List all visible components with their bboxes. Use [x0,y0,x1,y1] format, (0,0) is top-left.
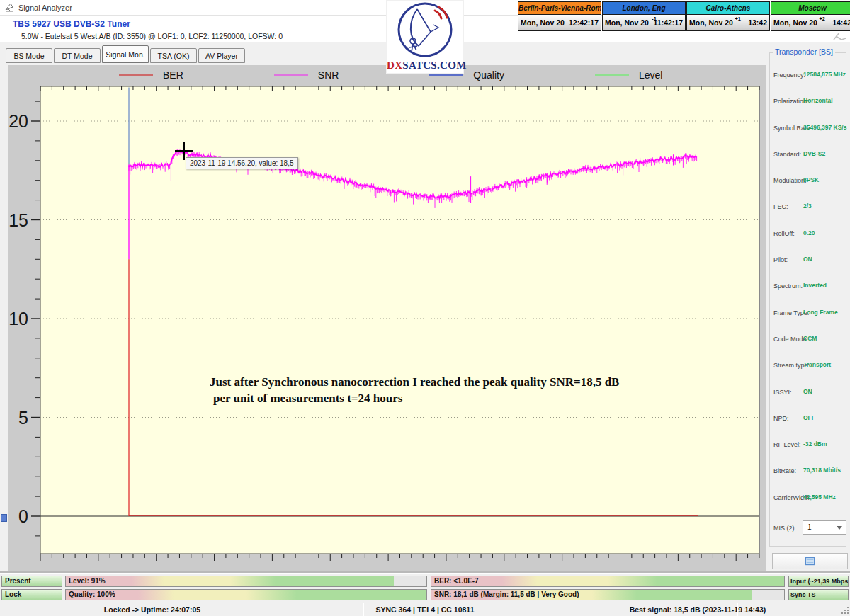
tab-label: Signal Mon. [106,50,144,59]
transponder-field-row: RollOff: 0.20 [769,222,846,249]
snr-label: SNR: 18,1 dB (Margin: 11,5 dB | Very Goo… [434,591,579,598]
clock-date: Mon, Nov 20 [521,18,565,27]
transponder-field-row: Stream type: Transport [769,354,846,380]
tab[interactable]: Signal Mon. [102,45,149,63]
tab-label: DT Mode [62,52,93,60]
field-label: Modulation: [774,177,807,184]
legend-line-swatch [595,74,629,76]
logo-text-rest: SATCS.COM [402,59,466,71]
sync-counters: SYNC 364 | TEI 4 | CC 10811 [376,605,475,614]
field-label: RF Level: [774,441,801,448]
legend-item: BER [119,69,183,81]
clock-widget: Berlin-Paris-Vienna-Roma Mon, Nov 20 12:… [518,1,601,31]
legend-label: Quality [473,69,504,81]
legend-item: SNR [274,69,339,81]
transponder-field-row: Pilot: ON [769,249,846,275]
tab-label: BS Mode [13,52,44,60]
transponder-field-row: Frame Type: Long Frame [769,302,846,328]
stream-list-button[interactable] [772,553,848,569]
field-value: 2/3 [803,203,812,210]
field-value: 0.20 [803,229,815,236]
annotation-line1: Just after Synchronous nanocorrection I … [210,374,619,390]
dxsatcs-logo: DXSATCS.COM [386,0,464,74]
level-meter: Level: 91% [65,576,427,587]
tab-label: TSA (OK) [158,52,190,60]
clock-time-row: Mon, Nov 20 -1 11:42:17 [603,15,685,30]
transponder-field-row: Standard: DVB-S2 [769,143,846,169]
ber-label: BER: <1.0E-7 [434,577,479,585]
transponder-field-row: Modulation: 8PSK [769,169,846,195]
field-value: 8PSK [803,176,819,183]
tuner-name: TBS 5927 USB DVB-S2 Tuner [13,19,130,29]
field-label: FEC: [774,203,788,210]
sync-ts-label: Sync TS [790,591,816,598]
transponder-field-row: ISSYI: ON [769,381,846,407]
statusbar-divider [737,603,737,616]
clock-date: Mon, Nov 20 [774,18,817,27]
tab-strip: BS Mode DT Mode Signal Mon. TSA (OK) AV … [0,42,766,65]
legend-label: SNR [318,69,339,81]
transponder-field-row: Code Mode: CCM [769,328,846,354]
clock-city-label: Cairo-Athens [687,2,769,15]
field-value: Inverted [803,282,827,289]
tab[interactable]: BS Mode [6,48,52,63]
sync-ts-indicator: Sync TS [788,589,849,600]
annotation-line2: per unit of measurements t=24 hours [210,390,619,406]
logo-text-dx: DX [387,59,402,71]
tab[interactable]: TSA (OK) [150,48,197,63]
divider-groove [0,571,850,574]
field-label: NPD: [774,415,789,422]
transponder-field-row: Frequency: 12584,875 MHz [769,64,846,90]
mis-dropdown[interactable]: 1 [803,520,846,535]
lock-label: Lock [5,591,21,598]
uptime-status: Locked -> Uptime: 24:07:05 [104,605,200,614]
clock-date: Mon, Nov 20 [605,18,649,27]
tab[interactable]: AV Player [198,48,245,63]
status-bar: Locked -> Uptime: 24:07:05 SYNC 364 | TE… [0,603,850,616]
field-value: CCM [803,335,817,342]
field-value: Long Frame [803,309,838,316]
clock-time: 13:42 [748,18,767,27]
tab[interactable]: DT Mode [54,48,101,63]
field-value: 42,595 MHz [803,494,836,501]
svg-text:15: 15 [8,210,28,230]
statusbar-divider [363,603,363,616]
field-value: 35496,397 KS/s [803,124,846,131]
transponder-field-row: CarrierWidth: 42,595 MHz [769,486,846,513]
best-signal: Best signal: 18,5 dB (2023-11-19 14:43) [630,605,766,614]
clock-time: 11:42:17 [654,18,683,27]
field-value: Transport [803,361,831,368]
input-indicator: Input (~21,39 Mbps) [788,576,849,587]
clock-utc-offset: +2 [819,16,825,22]
ber-meter: BER: <1.0E-7 [431,576,785,587]
clock-time-row: Mon, Nov 20 +2 14:42 [771,15,850,30]
chart-annotation: Just after Synchronous nanocorrection I … [210,374,619,406]
window-title: Signal Analyzer [18,4,72,12]
field-value: -32 dBm [803,440,827,447]
resize-grip[interactable] [842,607,849,614]
transponder-field-row: RF Level: -32 dBm [769,433,846,460]
input-label: Input (~21,39 Mbps) [790,578,849,585]
transponder-field-row: FEC: 2/3 [769,195,846,222]
satellite-dish-icon [394,1,456,59]
transponder-field-row: Spectrum: Inverted [769,275,846,301]
quality-meter: Quality: 100% [65,589,427,600]
svg-text:20: 20 [8,111,28,131]
field-value: ON [803,256,812,263]
legend-line-swatch [274,74,308,76]
clock-city-label: Berlin-Paris-Vienna-Roma [518,2,601,15]
mis-label: MIS (2): [774,525,796,532]
snr-meter: SNR: 18,1 dB (Margin: 11,5 dB | Very Goo… [431,589,785,600]
field-label: Pilot: [774,256,788,263]
world-clocks: Berlin-Paris-Vienna-Roma Mon, Nov 20 12:… [518,1,850,31]
signal-chart[interactable]: 05101520 [8,85,766,572]
field-label: Frequency: [774,72,805,79]
legend-label: Level [639,69,662,81]
transponder-groupbox-title: Transponder [BS] [773,47,835,56]
clock-widget: Moscow Mon, Nov 20 +2 14:42 [771,1,850,31]
chart-tooltip: 2023-11-19 14.56.20, value: 18,5 [186,157,298,169]
clock-city-label: Moscow [771,2,850,15]
app-icon [5,3,14,12]
clock-time: 12:42:17 [569,18,599,27]
legend-line-swatch [119,74,153,76]
